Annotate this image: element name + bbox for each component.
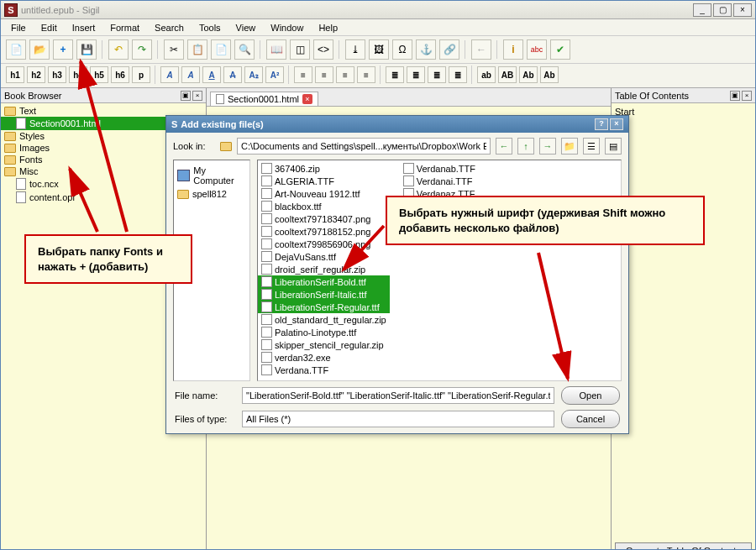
file-item[interactable]: blackbox.ttf: [258, 200, 390, 212]
file-item[interactable]: LiberationSerif-Regular.ttf: [258, 301, 390, 313]
underline-icon[interactable]: A: [202, 66, 221, 83]
file-item[interactable]: cooltext799856906.png: [258, 238, 390, 250]
undo-icon[interactable]: ↶: [108, 39, 129, 60]
uppercase-icon[interactable]: AB: [498, 66, 517, 83]
generate-toc-button[interactable]: Generate Table Of Contents: [615, 542, 752, 550]
bold-icon[interactable]: A: [160, 66, 179, 83]
file-item[interactable]: skipper_stencil_regular.zip: [258, 338, 390, 351]
save-icon[interactable]: 💾: [76, 39, 97, 60]
heading-h5[interactable]: h5: [90, 66, 108, 83]
maximize-button[interactable]: ▢: [713, 3, 732, 17]
strike-icon[interactable]: A: [223, 66, 242, 83]
metadata-icon[interactable]: i: [503, 39, 523, 60]
indent-right-icon[interactable]: ≣: [449, 66, 467, 83]
menu-insert[interactable]: Insert: [66, 21, 102, 34]
detail-view-icon[interactable]: ▤: [605, 138, 622, 155]
link-icon[interactable]: 🔗: [439, 39, 459, 60]
new-folder-icon[interactable]: 📁: [561, 138, 578, 155]
align-justify-icon[interactable]: ≡: [357, 66, 375, 83]
panel-float-icon[interactable]: ▣: [730, 91, 740, 101]
place-my-computer[interactable]: My Computer: [177, 164, 246, 187]
file-item[interactable]: Verdanab.TTF: [400, 162, 479, 175]
align-left-icon[interactable]: ≡: [294, 66, 312, 83]
up-icon[interactable]: ↑: [517, 138, 534, 155]
open-icon[interactable]: 📂: [29, 39, 50, 60]
look-in-path[interactable]: [237, 138, 491, 155]
file-item[interactable]: Palatino-Linotype.ttf: [258, 326, 390, 338]
back-icon[interactable]: ←: [471, 39, 491, 60]
dialog-close-icon[interactable]: ×: [610, 118, 623, 130]
paste-icon[interactable]: 📄: [211, 39, 231, 60]
minimize-button[interactable]: _: [693, 3, 711, 17]
panel-close-icon[interactable]: ×: [742, 91, 752, 101]
split-view-icon[interactable]: ◫: [290, 39, 310, 60]
file-item[interactable]: ALGERIA.TTF: [258, 175, 390, 187]
file-item[interactable]: cooltext797183407.png: [258, 212, 390, 225]
add-icon[interactable]: +: [53, 39, 73, 60]
char-icon[interactable]: Ω: [392, 39, 412, 60]
open-button[interactable]: Open: [561, 386, 620, 405]
heading-p[interactable]: p: [132, 66, 150, 83]
copy-icon[interactable]: 📋: [187, 39, 207, 60]
menu-view[interactable]: View: [229, 21, 263, 34]
file-item[interactable]: Verdanai.TTF: [400, 175, 479, 187]
list-bullet-icon[interactable]: ≣: [386, 66, 404, 83]
new-icon[interactable]: 📄: [6, 39, 26, 60]
file-item[interactable]: verdan32.exe: [258, 351, 390, 364]
book-view-icon[interactable]: 📖: [266, 39, 286, 60]
file-item[interactable]: DejaVuSans.ttf: [258, 250, 390, 263]
image-icon[interactable]: 🖼: [369, 39, 389, 60]
menu-file[interactable]: File: [4, 21, 33, 34]
file-item[interactable]: Verdana.TTF: [258, 364, 390, 376]
validate-icon[interactable]: ✔: [550, 39, 570, 60]
anchor-icon[interactable]: ⚓: [416, 39, 436, 60]
file-name-input[interactable]: [242, 387, 554, 404]
tab-section[interactable]: Section0001.html ×: [210, 92, 318, 106]
code-view-icon[interactable]: <>: [313, 39, 333, 60]
capitalize-icon[interactable]: Ab: [540, 66, 559, 83]
tab-close-icon[interactable]: ×: [302, 94, 312, 104]
align-center-icon[interactable]: ≡: [315, 66, 333, 83]
heading-h4[interactable]: h4: [69, 66, 87, 83]
close-button[interactable]: ×: [733, 3, 752, 17]
heading-h1[interactable]: h1: [6, 66, 24, 83]
subscript-icon[interactable]: A₂: [244, 66, 263, 83]
menu-tools[interactable]: Tools: [192, 21, 228, 34]
spellcheck-icon[interactable]: abc: [527, 39, 547, 60]
menu-format[interactable]: Format: [103, 21, 146, 34]
list-view-icon[interactable]: ☰: [583, 138, 600, 155]
italic-icon[interactable]: A: [181, 66, 200, 83]
menu-search[interactable]: Search: [148, 21, 191, 34]
indent-left-icon[interactable]: ≣: [428, 66, 446, 83]
list-number-icon[interactable]: ≣: [407, 66, 425, 83]
files-of-type-select[interactable]: [242, 411, 554, 427]
file-item[interactable]: cooltext797188152.png: [258, 225, 390, 238]
file-item[interactable]: droid_serif_regular.zip: [258, 263, 390, 275]
panel-close-icon[interactable]: ×: [192, 91, 202, 101]
align-right-icon[interactable]: ≡: [336, 66, 354, 83]
find-icon[interactable]: 🔍: [234, 39, 255, 60]
split-icon[interactable]: ⤓: [345, 39, 365, 60]
superscript-icon[interactable]: A²: [265, 66, 284, 83]
cancel-button[interactable]: Cancel: [561, 410, 620, 428]
menu-window[interactable]: Window: [264, 21, 310, 34]
file-item[interactable]: 367406.zip: [258, 162, 390, 175]
file-item[interactable]: old_standard_tt_regular.zip: [258, 313, 390, 326]
lowercase-icon[interactable]: ab: [477, 66, 496, 83]
panel-float-icon[interactable]: ▣: [181, 91, 191, 101]
redo-icon[interactable]: ↷: [132, 39, 152, 60]
place-user[interactable]: spell812: [177, 187, 246, 201]
heading-h2[interactable]: h2: [27, 66, 45, 83]
file-item[interactable]: LiberationSerif-Italic.ttf: [258, 288, 390, 301]
menu-edit[interactable]: Edit: [34, 21, 64, 34]
back-icon[interactable]: ←: [496, 138, 512, 155]
file-item[interactable]: LiberationSerif-Bold.ttf: [258, 275, 390, 288]
titlecase-icon[interactable]: Ab: [519, 66, 538, 83]
heading-h3[interactable]: h3: [48, 66, 66, 83]
menu-help[interactable]: Help: [312, 21, 344, 34]
forward-icon[interactable]: →: [539, 138, 556, 155]
dialog-help-icon[interactable]: ?: [595, 118, 608, 130]
heading-h6[interactable]: h6: [111, 66, 129, 83]
file-item[interactable]: Art-Nouveau 1912.ttf: [258, 187, 390, 200]
file-list[interactable]: 367406.zipALGERIA.TTFArt-Nouveau 1912.tt…: [257, 160, 622, 381]
